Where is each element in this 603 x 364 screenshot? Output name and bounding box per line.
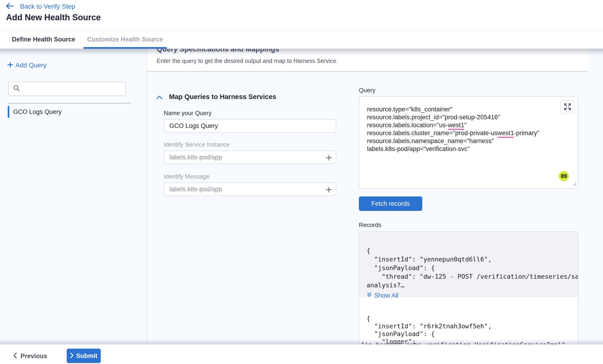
message-add-button[interactable] (325, 186, 333, 193)
identify-message-label: Identify Message (164, 173, 210, 180)
health-source-tabbar: Define Health Source Customize Health So… (0, 30, 603, 49)
selected-indicator (8, 106, 9, 118)
submit-button[interactable]: Submit (67, 349, 101, 363)
page-title: Add New Health Source (6, 12, 101, 22)
previous-button[interactable]: Previous (13, 350, 47, 362)
identify-service-instance-input[interactable] (164, 154, 318, 161)
section-heading: Query Specifications and Mappings (157, 49, 279, 53)
back-to-verify-step-link[interactable]: Back to Verify Step (6, 2, 75, 11)
collapse-chevron-icon[interactable] (156, 95, 162, 101)
record-2-json: { "insertId": "r6rk2tnah3owf5eh", "jsonP… (367, 315, 578, 344)
query-sidebar: Add Query GCO Logs Query (0, 49, 146, 344)
submit-label: Submit (76, 352, 97, 360)
double-chevron-down-icon (367, 292, 372, 299)
service-instance-add-button[interactable] (325, 154, 333, 161)
query-label: Query (359, 87, 375, 94)
add-query-button[interactable]: Add Query (7, 61, 47, 69)
main-panel: Query Specifications and Mappings Enter … (146, 49, 603, 344)
records-label: Records (359, 221, 382, 229)
search-icon (13, 85, 20, 93)
sidebar-divider (8, 103, 131, 103)
tab-define-health-source[interactable]: Define Health Source (8, 30, 79, 49)
identify-message-field (164, 182, 336, 196)
add-query-label: Add Query (15, 61, 47, 69)
previous-label: Previous (21, 353, 47, 360)
fullscreen-icon (564, 103, 571, 112)
identify-service-instance-field (164, 150, 336, 164)
resize-handle[interactable] (572, 182, 577, 187)
section-header: Query Specifications and Mappings Enter … (147, 49, 588, 71)
show-all-link[interactable]: Show All (367, 292, 578, 299)
add-health-source-page: Back to Verify Step Add New Health Sourc… (0, 0, 603, 364)
query-search-input[interactable] (23, 85, 121, 92)
query-textarea[interactable]: resource.type="k8s_container"resource.la… (359, 96, 578, 189)
record-item-2: { "insertId": "r6rk2tnah3owf5eh", "jsonP… (359, 315, 578, 344)
section-subheading: Enter the query to get the desired outpu… (157, 57, 338, 64)
plus-icon (7, 61, 13, 69)
name-query-field (164, 119, 336, 133)
query-item-label: GCO Logs Query (13, 108, 62, 116)
char-count-badge: 89 (559, 171, 569, 181)
back-arrow-icon (6, 3, 14, 10)
record-2-clipped-line: "io.harness.jobs.verification.Verificati… (359, 341, 578, 344)
identify-service-instance-label: Identify Service Instance (164, 141, 230, 148)
record-item-1: { "insertId": "yennepun0qtd6ll6", "jsonP… (359, 232, 578, 297)
record-1-json: { "insertId": "yennepun0qtd6ll6", "jsonP… (367, 246, 578, 289)
tab-customize-health-source[interactable]: Customize Health Source (83, 30, 167, 49)
name-query-input[interactable] (164, 122, 318, 130)
map-queries-title: Map Queries to Harness Services (169, 93, 276, 101)
identify-message-input[interactable] (164, 186, 318, 193)
sidebar-item-gco-logs-query[interactable]: GCO Logs Query (8, 106, 62, 118)
chevron-right-icon (70, 352, 74, 359)
query-search-box (8, 81, 126, 96)
records-panel: { "insertId": "yennepun0qtd6ll6", "jsonP… (359, 231, 578, 344)
name-query-label: Name your Query (164, 110, 211, 117)
footer-bar: Previous Submit (0, 344, 603, 364)
page-header: Back to Verify Step Add New Health Sourc… (0, 0, 603, 30)
query-text: resource.type="k8s_container"resource.la… (359, 97, 578, 153)
fetch-records-button[interactable]: Fetch records (359, 196, 422, 211)
chevron-left-icon (13, 352, 17, 360)
expand-query-button[interactable] (561, 100, 575, 114)
content-area: Add Query GCO Logs Query Query Spe (0, 49, 603, 344)
back-link-label: Back to Verify Step (20, 3, 75, 10)
show-all-label: Show All (374, 292, 398, 299)
